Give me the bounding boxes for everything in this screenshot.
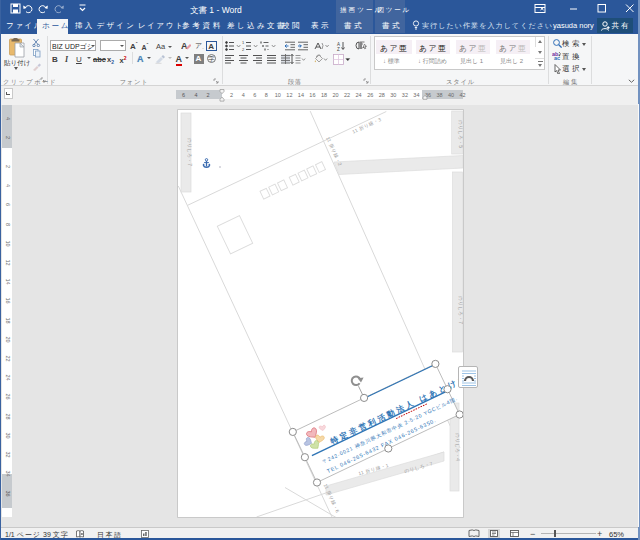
svg-text:A: A <box>181 41 188 51</box>
svg-text:のりしろ・5: のりしろ・5 <box>458 120 463 148</box>
svg-text:A: A <box>337 42 340 47</box>
svg-text:2: 2 <box>242 47 245 52</box>
svg-text:Z: Z <box>337 47 340 51</box>
svg-text:のりしろ・4: のりしろ・4 <box>455 433 460 461</box>
svg-text:のりしろ・7: のりしろ・7 <box>187 138 192 166</box>
svg-text:1: 1 <box>242 41 245 45</box>
svg-text:のりしろ・7: のりしろ・7 <box>458 296 463 324</box>
